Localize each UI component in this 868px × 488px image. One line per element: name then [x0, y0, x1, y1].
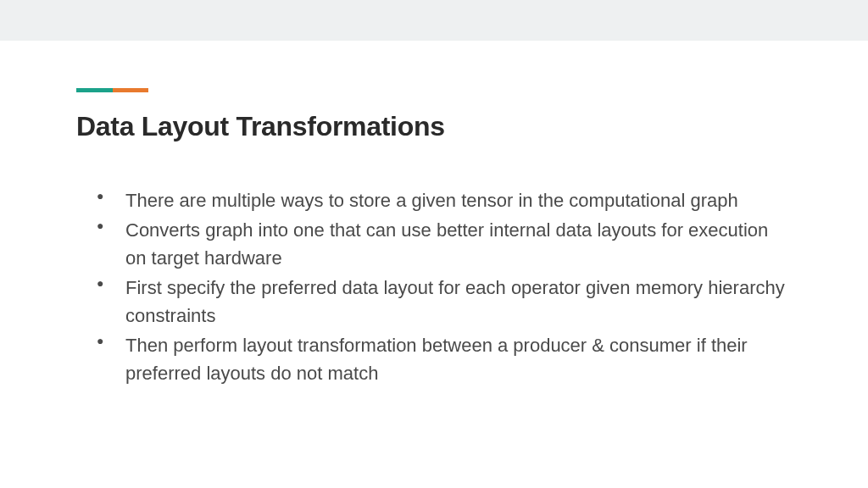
slide-content: Data Layout Transformations There are mu…: [0, 41, 868, 387]
list-item: There are multiple ways to store a given…: [97, 186, 792, 214]
bullet-list: There are multiple ways to store a given…: [76, 186, 792, 387]
accent-line: [76, 88, 148, 92]
slide-title: Data Layout Transformations: [76, 111, 792, 142]
list-item: First specify the preferred data layout …: [97, 274, 792, 330]
top-bar: [0, 0, 868, 41]
accent-orange-segment: [113, 88, 149, 92]
list-item: Then perform layout transformation betwe…: [97, 331, 792, 387]
list-item: Converts graph into one that can use bet…: [97, 216, 792, 272]
accent-teal-segment: [76, 88, 113, 92]
